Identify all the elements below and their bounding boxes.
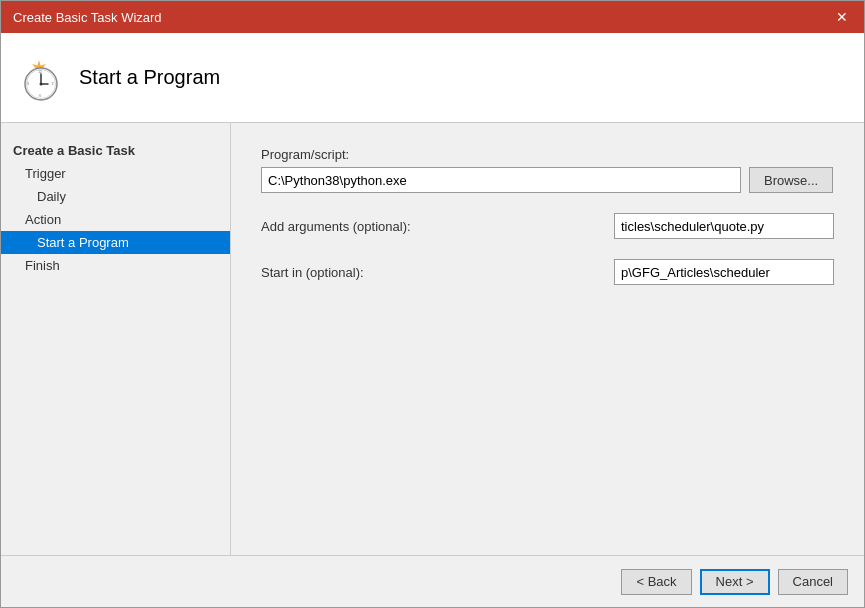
- sidebar-item-finish[interactable]: Finish: [1, 254, 230, 277]
- sidebar-item-start-program[interactable]: Start a Program: [1, 231, 230, 254]
- main-content: Create a Basic Task Trigger Daily Action…: [1, 123, 864, 555]
- footer: < Back Next > Cancel: [1, 555, 864, 607]
- close-button[interactable]: ✕: [832, 7, 852, 27]
- sidebar: Create a Basic Task Trigger Daily Action…: [1, 123, 231, 555]
- header-title: Start a Program: [79, 66, 220, 89]
- start-in-row: Start in (optional):: [261, 259, 834, 285]
- title-bar-text: Create Basic Task Wizard: [13, 10, 162, 25]
- sidebar-item-daily[interactable]: Daily: [1, 185, 230, 208]
- content-area: Program/script: Browse... Add arguments …: [231, 123, 864, 555]
- title-bar: Create Basic Task Wizard ✕: [1, 1, 864, 33]
- sidebar-item-trigger[interactable]: Trigger: [1, 162, 230, 185]
- start-in-label: Start in (optional):: [261, 265, 461, 280]
- program-script-row: Program/script: Browse...: [261, 147, 834, 193]
- browse-button[interactable]: Browse...: [749, 167, 833, 193]
- back-button[interactable]: < Back: [621, 569, 691, 595]
- cancel-button[interactable]: Cancel: [778, 569, 848, 595]
- svg-text:12: 12: [38, 69, 42, 73]
- next-button[interactable]: Next >: [700, 569, 770, 595]
- sidebar-section-label: Create a Basic Task: [1, 139, 230, 162]
- add-arguments-row: Add arguments (optional):: [261, 213, 834, 239]
- add-arguments-input[interactable]: [614, 213, 834, 239]
- start-in-input[interactable]: [614, 259, 834, 285]
- header-area: 12 3 6 9 Start a Program: [1, 33, 864, 123]
- dialog-window: Create Basic Task Wizard ✕ 12 3 6: [0, 0, 865, 608]
- program-script-input-row: Browse...: [261, 167, 834, 193]
- program-script-label: Program/script:: [261, 147, 834, 162]
- sidebar-item-action[interactable]: Action: [1, 208, 230, 231]
- program-script-input[interactable]: [261, 167, 741, 193]
- wizard-icon: 12 3 6 9: [17, 54, 65, 102]
- add-arguments-label: Add arguments (optional):: [261, 219, 461, 234]
- svg-point-5: [40, 82, 43, 85]
